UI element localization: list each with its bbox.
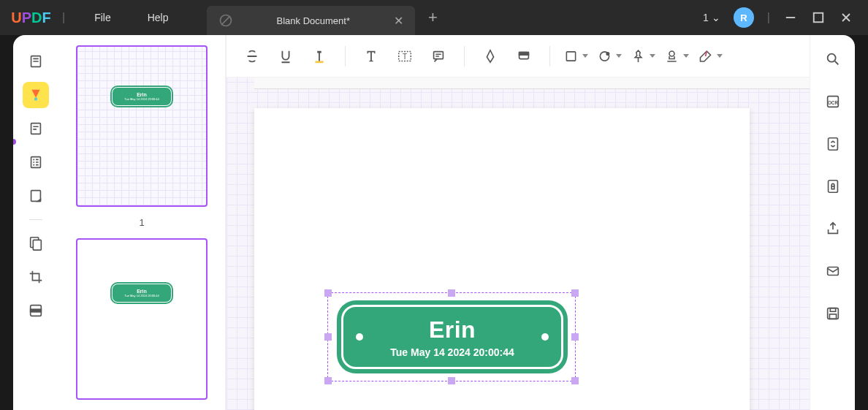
- protect-button[interactable]: [822, 175, 844, 197]
- mini-stamp: Erin Tue May 14 2024 20:00:44: [112, 284, 172, 303]
- edit-tool[interactable]: [23, 115, 49, 142]
- user-avatar[interactable]: R: [734, 7, 754, 28]
- text-color-button[interactable]: [307, 44, 332, 69]
- minimize-button[interactable]: [783, 10, 798, 25]
- page-tool[interactable]: [23, 183, 49, 209]
- ocr-button[interactable]: OCR: [822, 91, 844, 113]
- resize-handle[interactable]: [324, 377, 332, 384]
- menu-file[interactable]: File: [94, 12, 111, 23]
- left-toolbar: [13, 35, 58, 410]
- horizontal-ruler: [254, 77, 810, 89]
- text-button[interactable]: [359, 44, 384, 69]
- convert-button[interactable]: [822, 133, 844, 155]
- svg-point-19: [606, 52, 609, 55]
- no-preview-icon: [218, 13, 233, 28]
- add-tab-button[interactable]: +: [428, 8, 438, 27]
- thumbnail-panel: Erin Tue May 14 2024 20:00:44 1 Erin Tue…: [58, 35, 226, 410]
- callout-button[interactable]: [426, 44, 451, 69]
- stamp-dropdown[interactable]: [664, 44, 689, 69]
- svg-rect-24: [828, 138, 837, 151]
- resize-handle[interactable]: [324, 333, 332, 341]
- share-button[interactable]: [822, 218, 844, 240]
- svg-rect-3: [34, 98, 37, 101]
- crop-tool[interactable]: [23, 264, 49, 290]
- svg-rect-4: [31, 124, 41, 134]
- svg-rect-8: [33, 240, 41, 250]
- svg-rect-16: [519, 52, 529, 55]
- pin-dropdown[interactable]: [631, 44, 655, 69]
- eraser-button[interactable]: [511, 44, 536, 69]
- thumbnail-page-1[interactable]: Erin Tue May 14 2024 20:00:44: [76, 45, 208, 207]
- svg-rect-14: [434, 51, 443, 58]
- underline-button[interactable]: [273, 44, 298, 69]
- menu-help[interactable]: Help: [148, 12, 169, 23]
- app-logo: UPDF: [0, 10, 62, 26]
- stamp-dot-icon: [356, 333, 363, 341]
- resize-handle[interactable]: [448, 289, 455, 297]
- tab-title: Blank Document*: [277, 15, 350, 26]
- stamp-object[interactable]: Erin Tue May 14 2024 20:00:44: [337, 300, 568, 373]
- tab-close-button[interactable]: ✕: [394, 14, 403, 28]
- resize-handle[interactable]: [571, 333, 579, 341]
- stamp-date: Tue May 14 2024 20:00:44: [390, 346, 514, 358]
- svg-rect-30: [829, 314, 836, 319]
- signature-dropdown[interactable]: [698, 44, 723, 69]
- resize-handle[interactable]: [571, 377, 579, 384]
- format-toolbar: T: [226, 35, 810, 77]
- resize-handle[interactable]: [571, 289, 579, 297]
- document-tab[interactable]: Blank Document* ✕: [207, 6, 415, 35]
- organize-tool[interactable]: [23, 230, 49, 257]
- svg-text:T: T: [403, 52, 407, 60]
- redact-tool[interactable]: [23, 297, 49, 324]
- save-button[interactable]: [822, 303, 844, 324]
- strikethrough-button[interactable]: [240, 44, 264, 69]
- mini-stamp: Erin Tue May 14 2024 20:00:44: [112, 87, 172, 106]
- fill-color-dropdown[interactable]: [563, 44, 588, 69]
- svg-rect-10: [31, 309, 42, 312]
- textbox-button[interactable]: T: [392, 44, 417, 69]
- page-number-1: 1: [139, 217, 144, 228]
- svg-rect-26: [831, 186, 834, 189]
- shape-dropdown[interactable]: [597, 44, 622, 69]
- svg-rect-11: [316, 61, 324, 63]
- close-button[interactable]: [839, 10, 853, 25]
- svg-text:OCR: OCR: [827, 100, 838, 105]
- highlighter-button[interactable]: [478, 44, 503, 69]
- svg-point-21: [827, 54, 835, 62]
- resize-handle[interactable]: [324, 289, 332, 297]
- email-button[interactable]: [822, 260, 844, 282]
- search-button[interactable]: [822, 48, 844, 70]
- svg-rect-29: [830, 308, 835, 312]
- right-toolbar: OCR: [810, 35, 855, 410]
- svg-rect-17: [566, 51, 575, 60]
- document-page[interactable]: Erin Tue May 14 2024 20:00:44: [254, 108, 750, 410]
- svg-point-20: [669, 51, 674, 56]
- canvas[interactable]: Erin Tue May 14 2024 20:00:44: [226, 77, 810, 410]
- selection-box[interactable]: Erin Tue May 14 2024 20:00:44: [327, 292, 576, 381]
- annotate-tool[interactable]: [23, 82, 49, 108]
- stamp-dot-icon: [541, 333, 549, 341]
- reader-tool[interactable]: [23, 48, 49, 75]
- maximize-button[interactable]: [811, 10, 826, 25]
- tab-count-dropdown[interactable]: 1⌄: [703, 12, 720, 23]
- form-tool[interactable]: [23, 149, 49, 175]
- svg-rect-1: [814, 13, 823, 23]
- thumbnail-page-2[interactable]: Erin Tue May 14 2024 20:00:44: [76, 238, 208, 400]
- stamp-name: Erin: [429, 316, 476, 343]
- resize-handle[interactable]: [448, 377, 455, 384]
